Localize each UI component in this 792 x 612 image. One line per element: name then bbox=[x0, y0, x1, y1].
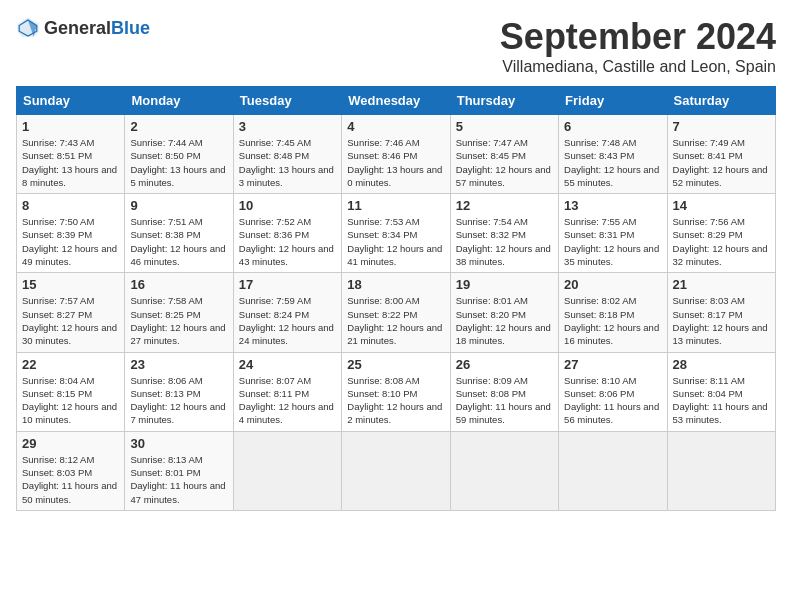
day-number: 18 bbox=[347, 277, 444, 292]
calendar-cell: 26 Sunrise: 8:09 AMSunset: 8:08 PMDaylig… bbox=[450, 352, 558, 431]
logo-icon bbox=[16, 16, 40, 40]
calendar-cell: 21 Sunrise: 8:03 AMSunset: 8:17 PMDaylig… bbox=[667, 273, 775, 352]
calendar-cell: 15 Sunrise: 7:57 AMSunset: 8:27 PMDaylig… bbox=[17, 273, 125, 352]
day-info: Sunrise: 8:01 AMSunset: 8:20 PMDaylight:… bbox=[456, 294, 553, 347]
calendar-cell: 2 Sunrise: 7:44 AMSunset: 8:50 PMDayligh… bbox=[125, 115, 233, 194]
day-info: Sunrise: 7:43 AMSunset: 8:51 PMDaylight:… bbox=[22, 136, 119, 189]
calendar-cell: 25 Sunrise: 8:08 AMSunset: 8:10 PMDaylig… bbox=[342, 352, 450, 431]
day-info: Sunrise: 7:59 AMSunset: 8:24 PMDaylight:… bbox=[239, 294, 336, 347]
header-sunday: Sunday bbox=[17, 87, 125, 115]
calendar-cell bbox=[667, 431, 775, 510]
day-info: Sunrise: 7:46 AMSunset: 8:46 PMDaylight:… bbox=[347, 136, 444, 189]
day-number: 12 bbox=[456, 198, 553, 213]
day-number: 26 bbox=[456, 357, 553, 372]
calendar-cell: 23 Sunrise: 8:06 AMSunset: 8:13 PMDaylig… bbox=[125, 352, 233, 431]
calendar-cell: 22 Sunrise: 8:04 AMSunset: 8:15 PMDaylig… bbox=[17, 352, 125, 431]
day-number: 23 bbox=[130, 357, 227, 372]
day-info: Sunrise: 7:49 AMSunset: 8:41 PMDaylight:… bbox=[673, 136, 770, 189]
day-number: 13 bbox=[564, 198, 661, 213]
day-info: Sunrise: 7:58 AMSunset: 8:25 PMDaylight:… bbox=[130, 294, 227, 347]
day-number: 11 bbox=[347, 198, 444, 213]
calendar-cell: 27 Sunrise: 8:10 AMSunset: 8:06 PMDaylig… bbox=[559, 352, 667, 431]
day-number: 8 bbox=[22, 198, 119, 213]
day-info: Sunrise: 7:44 AMSunset: 8:50 PMDaylight:… bbox=[130, 136, 227, 189]
calendar-table: Sunday Monday Tuesday Wednesday Thursday… bbox=[16, 86, 776, 511]
day-info: Sunrise: 8:04 AMSunset: 8:15 PMDaylight:… bbox=[22, 374, 119, 427]
calendar-cell: 12 Sunrise: 7:54 AMSunset: 8:32 PMDaylig… bbox=[450, 194, 558, 273]
day-number: 6 bbox=[564, 119, 661, 134]
day-info: Sunrise: 7:57 AMSunset: 8:27 PMDaylight:… bbox=[22, 294, 119, 347]
day-info: Sunrise: 7:55 AMSunset: 8:31 PMDaylight:… bbox=[564, 215, 661, 268]
day-info: Sunrise: 7:51 AMSunset: 8:38 PMDaylight:… bbox=[130, 215, 227, 268]
day-info: Sunrise: 8:10 AMSunset: 8:06 PMDaylight:… bbox=[564, 374, 661, 427]
calendar-cell bbox=[450, 431, 558, 510]
logo-blue: Blue bbox=[111, 18, 150, 38]
day-info: Sunrise: 8:03 AMSunset: 8:17 PMDaylight:… bbox=[673, 294, 770, 347]
calendar-cell: 4 Sunrise: 7:46 AMSunset: 8:46 PMDayligh… bbox=[342, 115, 450, 194]
day-number: 25 bbox=[347, 357, 444, 372]
day-number: 5 bbox=[456, 119, 553, 134]
day-number: 28 bbox=[673, 357, 770, 372]
calendar-cell: 3 Sunrise: 7:45 AMSunset: 8:48 PMDayligh… bbox=[233, 115, 341, 194]
title-block: September 2024 Villamediana, Castille an… bbox=[500, 16, 776, 76]
logo-general: General bbox=[44, 18, 111, 38]
day-number: 21 bbox=[673, 277, 770, 292]
week-row-4: 22 Sunrise: 8:04 AMSunset: 8:15 PMDaylig… bbox=[17, 352, 776, 431]
header-monday: Monday bbox=[125, 87, 233, 115]
logo-text: GeneralBlue bbox=[44, 18, 150, 39]
calendar-cell: 18 Sunrise: 8:00 AMSunset: 8:22 PMDaylig… bbox=[342, 273, 450, 352]
days-header-row: Sunday Monday Tuesday Wednesday Thursday… bbox=[17, 87, 776, 115]
day-info: Sunrise: 7:54 AMSunset: 8:32 PMDaylight:… bbox=[456, 215, 553, 268]
week-row-2: 8 Sunrise: 7:50 AMSunset: 8:39 PMDayligh… bbox=[17, 194, 776, 273]
week-row-3: 15 Sunrise: 7:57 AMSunset: 8:27 PMDaylig… bbox=[17, 273, 776, 352]
week-row-1: 1 Sunrise: 7:43 AMSunset: 8:51 PMDayligh… bbox=[17, 115, 776, 194]
calendar-cell bbox=[342, 431, 450, 510]
header-tuesday: Tuesday bbox=[233, 87, 341, 115]
calendar-cell: 5 Sunrise: 7:47 AMSunset: 8:45 PMDayligh… bbox=[450, 115, 558, 194]
day-info: Sunrise: 7:47 AMSunset: 8:45 PMDaylight:… bbox=[456, 136, 553, 189]
day-number: 9 bbox=[130, 198, 227, 213]
logo: GeneralBlue bbox=[16, 16, 150, 40]
calendar-cell: 16 Sunrise: 7:58 AMSunset: 8:25 PMDaylig… bbox=[125, 273, 233, 352]
week-row-5: 29 Sunrise: 8:12 AMSunset: 8:03 PMDaylig… bbox=[17, 431, 776, 510]
day-number: 7 bbox=[673, 119, 770, 134]
day-number: 17 bbox=[239, 277, 336, 292]
day-number: 20 bbox=[564, 277, 661, 292]
calendar-cell: 14 Sunrise: 7:56 AMSunset: 8:29 PMDaylig… bbox=[667, 194, 775, 273]
location-title: Villamediana, Castille and Leon, Spain bbox=[500, 58, 776, 76]
day-number: 24 bbox=[239, 357, 336, 372]
header-thursday: Thursday bbox=[450, 87, 558, 115]
day-info: Sunrise: 8:00 AMSunset: 8:22 PMDaylight:… bbox=[347, 294, 444, 347]
day-info: Sunrise: 8:07 AMSunset: 8:11 PMDaylight:… bbox=[239, 374, 336, 427]
day-number: 29 bbox=[22, 436, 119, 451]
day-number: 10 bbox=[239, 198, 336, 213]
calendar-cell bbox=[559, 431, 667, 510]
day-info: Sunrise: 7:48 AMSunset: 8:43 PMDaylight:… bbox=[564, 136, 661, 189]
calendar-cell: 17 Sunrise: 7:59 AMSunset: 8:24 PMDaylig… bbox=[233, 273, 341, 352]
calendar-cell: 30 Sunrise: 8:13 AMSunset: 8:01 PMDaylig… bbox=[125, 431, 233, 510]
header-saturday: Saturday bbox=[667, 87, 775, 115]
day-number: 27 bbox=[564, 357, 661, 372]
calendar-cell: 19 Sunrise: 8:01 AMSunset: 8:20 PMDaylig… bbox=[450, 273, 558, 352]
month-title: September 2024 bbox=[500, 16, 776, 58]
day-number: 16 bbox=[130, 277, 227, 292]
day-number: 2 bbox=[130, 119, 227, 134]
calendar-cell: 28 Sunrise: 8:11 AMSunset: 8:04 PMDaylig… bbox=[667, 352, 775, 431]
day-number: 15 bbox=[22, 277, 119, 292]
day-info: Sunrise: 7:45 AMSunset: 8:48 PMDaylight:… bbox=[239, 136, 336, 189]
day-info: Sunrise: 7:52 AMSunset: 8:36 PMDaylight:… bbox=[239, 215, 336, 268]
day-info: Sunrise: 8:12 AMSunset: 8:03 PMDaylight:… bbox=[22, 453, 119, 506]
day-info: Sunrise: 7:56 AMSunset: 8:29 PMDaylight:… bbox=[673, 215, 770, 268]
calendar-cell bbox=[233, 431, 341, 510]
day-info: Sunrise: 8:06 AMSunset: 8:13 PMDaylight:… bbox=[130, 374, 227, 427]
day-info: Sunrise: 8:09 AMSunset: 8:08 PMDaylight:… bbox=[456, 374, 553, 427]
calendar-cell: 9 Sunrise: 7:51 AMSunset: 8:38 PMDayligh… bbox=[125, 194, 233, 273]
day-number: 19 bbox=[456, 277, 553, 292]
header-friday: Friday bbox=[559, 87, 667, 115]
calendar-cell: 8 Sunrise: 7:50 AMSunset: 8:39 PMDayligh… bbox=[17, 194, 125, 273]
header-wednesday: Wednesday bbox=[342, 87, 450, 115]
calendar-cell: 7 Sunrise: 7:49 AMSunset: 8:41 PMDayligh… bbox=[667, 115, 775, 194]
calendar-cell: 1 Sunrise: 7:43 AMSunset: 8:51 PMDayligh… bbox=[17, 115, 125, 194]
day-info: Sunrise: 8:02 AMSunset: 8:18 PMDaylight:… bbox=[564, 294, 661, 347]
day-info: Sunrise: 8:08 AMSunset: 8:10 PMDaylight:… bbox=[347, 374, 444, 427]
